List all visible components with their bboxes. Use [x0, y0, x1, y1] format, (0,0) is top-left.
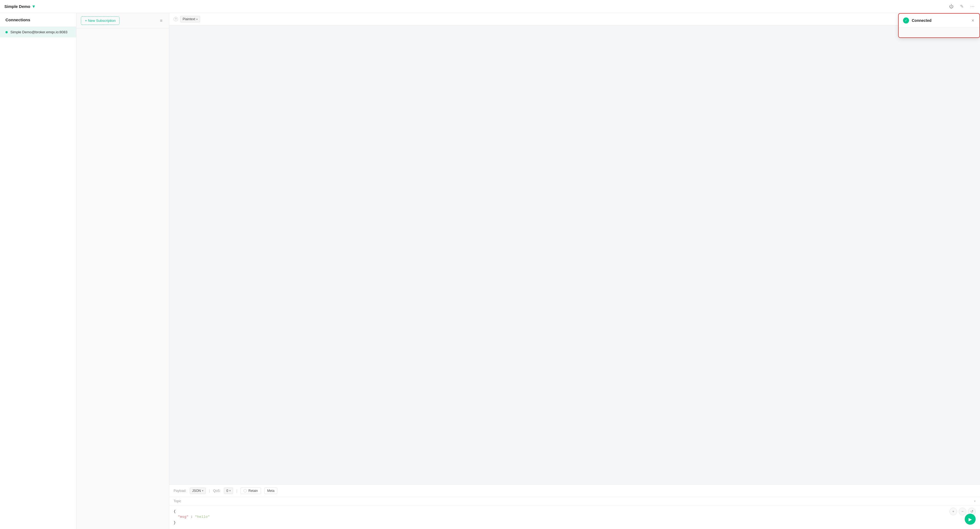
code-action-add-button[interactable]: + — [950, 508, 957, 515]
separator-2: | — [236, 489, 237, 493]
qos-dropdown[interactable]: 0 ▾ — [224, 488, 233, 494]
payload-type-chevron-icon: ▾ — [202, 489, 204, 492]
new-subscription-button[interactable]: + New Subscription — [81, 16, 119, 25]
payload-format-label: Plaintext — [183, 17, 195, 21]
connected-title: Connected — [912, 18, 968, 23]
separator-1: | — [209, 489, 210, 493]
code-line-brace-open: { — [173, 509, 976, 515]
topic-chevron-icon: ▾ — [974, 499, 976, 503]
filter-icon: ≡ — [160, 18, 162, 23]
connected-popup: ✓ Connected ✕ — [898, 13, 980, 38]
code-line-brace-close: } — [173, 520, 976, 526]
publish-toolbar: Payload: JSON ▾ | QoS: 0 ▾ | Retain — [169, 485, 980, 497]
topic-placeholder: Topic — [173, 499, 974, 503]
qos-chevron-icon: ▾ — [229, 489, 231, 492]
payload-type-dropdown[interactable]: JSON ▾ — [190, 488, 206, 494]
messages-panel: ? Plaintext ▾ Payload: JSON ▾ | — [169, 13, 980, 529]
main-layout: Connections Simple Demo@broker.emqx.io:8… — [0, 13, 980, 529]
connected-popup-header: ✓ Connected ✕ — [899, 14, 980, 27]
sidebar-item-simple-demo[interactable]: Simple Demo@broker.emqx.io:8083 — [0, 27, 76, 37]
more-icon: ⋯ — [970, 4, 975, 9]
meta-button[interactable]: Meta — [264, 488, 278, 494]
payload-label: Payload: — [173, 489, 186, 493]
qos-value-label: 0 — [226, 489, 228, 493]
retain-circle-icon — [243, 489, 247, 492]
top-bar-title: Simple Demo ▾ — [4, 4, 948, 9]
payload-type-label: JSON — [192, 489, 201, 493]
send-button[interactable]: ▶ — [965, 514, 976, 525]
send-icon: ▶ — [969, 517, 972, 522]
qos-label: QoS: — [213, 489, 221, 493]
messages-toolbar: ? Plaintext ▾ — [169, 13, 980, 25]
sidebar: Connections Simple Demo@broker.emqx.io:8… — [0, 13, 76, 529]
status-dot — [5, 31, 8, 33]
topic-row: Topic ▾ — [169, 497, 980, 505]
sidebar-item-label: Simple Demo@broker.emqx.io:8083 — [10, 30, 67, 34]
refresh-icon: ↺ — [970, 509, 974, 513]
power-button[interactable]: ⏻ — [948, 3, 955, 10]
connected-popup-body — [899, 27, 980, 37]
code-action-remove-button[interactable]: − — [959, 508, 966, 515]
filter-icon-button[interactable]: ≡ — [158, 17, 165, 24]
code-editor[interactable]: { "msg" : "hello" } + — [169, 505, 980, 529]
top-bar-actions: ⏻ ✎ ⋯ — [948, 3, 976, 10]
chevron-down-icon[interactable]: ▾ — [32, 4, 35, 9]
help-icon[interactable]: ? — [173, 17, 178, 21]
message-area — [169, 25, 980, 485]
retain-button[interactable]: Retain — [240, 488, 261, 494]
subscriptions-panel: + New Subscription ≡ — [76, 13, 169, 529]
connection-title: Simple Demo — [4, 4, 30, 9]
minus-icon: − — [961, 509, 964, 513]
code-line-keyvalue: "msg" : "hello" — [173, 514, 976, 520]
close-icon: ✕ — [971, 18, 975, 23]
top-bar: Simple Demo ▾ ⏻ ✎ ⋯ — [0, 0, 980, 13]
popup-close-button[interactable]: ✕ — [971, 18, 975, 23]
edit-button[interactable]: ✎ — [959, 3, 965, 10]
retain-label: Retain — [248, 489, 258, 493]
plus-icon: + — [952, 509, 955, 513]
subscriptions-toolbar: + New Subscription ≡ — [76, 13, 169, 29]
payload-format-dropdown[interactable]: Plaintext ▾ — [180, 16, 200, 22]
power-icon: ⏻ — [949, 4, 953, 9]
connected-check-icon: ✓ — [903, 17, 909, 24]
sidebar-header: Connections — [0, 13, 76, 27]
payload-chevron-icon: ▾ — [196, 18, 198, 21]
edit-icon: ✎ — [960, 4, 964, 9]
app-layout: Simple Demo ▾ ⏻ ✎ ⋯ Connections Simple D… — [0, 0, 980, 529]
more-button[interactable]: ⋯ — [969, 3, 976, 10]
bottom-bar: Payload: JSON ▾ | QoS: 0 ▾ | Retain — [169, 485, 980, 529]
